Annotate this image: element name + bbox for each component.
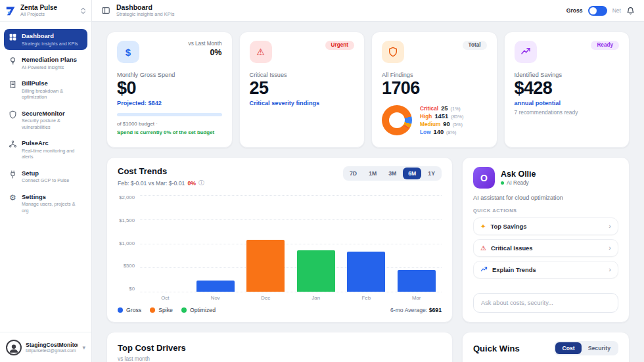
plug-icon [9,170,17,179]
chevron-right-icon: › [609,266,611,273]
findings-donut [382,105,412,135]
quick-action-label: Explain Trends [492,266,604,273]
dot-icon: · [156,121,158,127]
trend-pct: 0% [187,180,196,187]
kpi-label: Critical Issues [250,72,355,78]
top-cost-drivers-subtitle: vs last month [118,355,442,362]
bar-group [140,195,442,292]
bar-slot [291,195,342,292]
nav-item-sublabel: Security posture & vulnerabilities [22,118,83,130]
bell-icon[interactable] [626,7,635,15]
legend-gross: Gross [118,307,141,313]
bar-dec[interactable] [246,240,285,292]
net-label: Net [612,7,621,14]
budget-note: of $1000 budget · [117,121,222,127]
range-button-1m[interactable]: 1M [363,168,382,179]
tab-cost[interactable]: Cost [555,342,581,354]
plot-area [140,195,442,292]
kpi-label: All Findings [382,72,487,78]
nav-item-label: Settings [22,193,83,201]
quick-wins-title: Quick Wins [473,344,520,353]
nav-item-sublabel: Real-time monitoring and alerts [22,148,83,160]
toggle-knob [589,7,597,14]
user-name: StagingCostMonitorin... [26,342,78,348]
nav-item-label: PulseArc [22,139,83,147]
kpi-row: $ vs Last Month 0% Monthly Gross Spend $… [106,32,630,148]
top-cost-drivers-card: Top Cost Drivers vs last month [106,332,453,362]
projected-link[interactable]: Projected: $842 [117,100,222,106]
y-tick: $500 [124,263,135,269]
nav-item-sublabel: Manage users, projects & org [22,201,83,214]
trend-up-icon [480,266,488,273]
sidebar-item-billpulse[interactable]: BillPulse Billing breakdown & optimizati… [4,76,87,103]
network-icon [9,140,17,148]
gross-net-toggle[interactable] [588,6,607,16]
bar-slot [241,195,291,292]
sidebar-toggle-icon[interactable] [101,6,110,15]
kpi-card-monthly-gross-spend: $ vs Last Month 0% Monthly Gross Spend $… [106,32,233,148]
range-button-3m[interactable]: 3M [383,168,402,179]
kpi-value: 25 [250,78,355,99]
lightbulb-icon [9,57,17,65]
app-root: Zenta Pulse All Projects Dashboard Strat… [0,0,644,362]
brand-title: Zenta Pulse [20,4,77,12]
warning-icon: ⚠ [250,41,272,63]
bar-slot [341,195,392,292]
quick-action-critical-issues[interactable]: ⚠ Critical Issues › [473,239,618,257]
sidebar-item-securemonitor[interactable]: SecureMonitor Security posture & vulnera… [4,106,87,133]
nav-item-sublabel: Connect GCP to Pulse [22,177,69,183]
cost-trends-subtitle: Feb: $-0.01 vs Mar: $-0.01 0% ⓘ [118,179,204,187]
range-button-6m[interactable]: 6M [403,168,421,179]
chevron-right-icon: › [609,244,611,252]
workspace-switcher[interactable]: Zenta Pulse All Projects [0,0,91,22]
range-button-7d[interactable]: 7D [344,168,362,179]
sparkle-icon: ✦ [480,223,486,230]
legend-optimized: Optimized [181,307,216,313]
kpi-value: 1706 [382,78,487,99]
severity-row-medium: Medium 90 (5%) [420,121,463,127]
user-menu[interactable]: StagingCostMonitorin... billpulsetest@gm… [0,332,91,362]
legend-spike: Spike [150,307,173,313]
time-range-selector: 7D 1M 3M 6M 1Y [343,166,442,181]
bar-slot [392,195,442,292]
nav-item-sublabel: Billing breakdown & optimization [22,88,83,101]
bar-mar[interactable] [398,270,436,292]
quick-action-explain-trends[interactable]: Explain Trends › [473,261,618,279]
nav-item-label: SecureMonitor [22,110,83,118]
sidebar-item-dashboard[interactable]: Dashboard Strategic insights and KPIs [4,29,87,50]
bar-slot [191,195,241,292]
sidebar-item-remediation-plans[interactable]: Remediation Plans AI-Powered Insights [4,53,87,74]
sidebar-item-pulsearc[interactable]: PulseArc Real-time monitoring and alerts [4,136,87,163]
sidebar-item-setup[interactable]: Setup Connect GCP to Pulse [4,166,87,187]
info-icon[interactable]: ⓘ [198,179,204,187]
shield-icon [382,41,404,63]
chevron-updown-icon[interactable] [80,7,86,14]
bar-slot [140,195,191,292]
x-tick-label: Oct [140,295,191,301]
kpi-value: $0 [117,78,222,99]
y-axis: $2,000 $1,500 $1,000 $500 $0 [118,195,140,292]
quick-action-top-savings[interactable]: ✦ Top Savings › [473,217,618,235]
tab-security[interactable]: Security [582,342,617,354]
ollie-chat-input[interactable] [473,293,618,313]
bar-jan[interactable] [297,250,335,292]
compare-label: vs Last Month [189,41,222,47]
sidebar: Zenta Pulse All Projects Dashboard Strat… [0,0,92,362]
budget-status: Spend is currently 0% of the set budget [117,129,222,135]
x-tick-label: Dec [241,295,291,301]
ai-ready-status: AI Ready [507,180,529,186]
sidebar-nav: Dashboard Strategic insights and KPIs Re… [0,22,91,332]
quick-actions-label: QUICK ACTIONS [473,208,618,214]
bar-nov[interactable] [196,281,235,292]
quick-action-label: Top Savings [490,223,604,230]
dashboard-content: $ vs Last Month 0% Monthly Gross Spend $… [92,22,644,362]
ollie-description: AI assistant for cloud optimization [473,194,618,201]
quick-wins-card: Quick Wins Cost Security [462,332,630,362]
range-button-1y[interactable]: 1Y [423,168,440,179]
nav-item-label: Remediation Plans [22,56,77,64]
bar-feb[interactable] [347,252,385,292]
sidebar-item-settings[interactable]: ⚙ Settings Manage users, projects & org [4,190,87,217]
critical-findings-link[interactable]: Critical severity findings [250,100,355,106]
chevron-right-icon: › [609,223,611,230]
annual-potential-link[interactable]: annual potential [515,100,620,106]
